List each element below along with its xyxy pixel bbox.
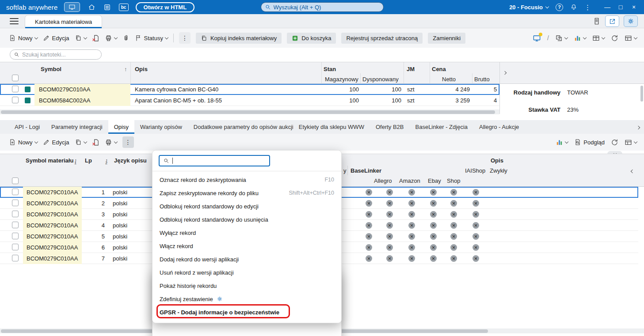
more-options-button[interactable]: ⋮ [584,4,591,11]
hamburger-menu-button[interactable] [10,18,19,26]
app-list-button[interactable] [103,4,111,11]
disabled-icon[interactable]: × [473,222,479,229]
edit-button[interactable]: Edycja [43,34,69,42]
row-checkbox[interactable] [12,255,19,261]
disabled-icon[interactable]: × [386,222,393,229]
select-all-checkbox[interactable] [12,75,19,81]
global-search-input[interactable] [274,4,371,11]
menu-item-odblokuj-usuniecie[interactable]: Odblokuj rekord standardowy do usunięcia [152,213,341,226]
minimize-button[interactable]: — [601,0,614,14]
col-brutto[interactable]: Brutto [474,76,490,83]
open-in-html-button[interactable]: Otwórz w HTML [136,2,195,12]
col-amazon[interactable]: Amazon [399,177,420,184]
columns-scroll-left-button[interactable] [631,167,634,174]
new-button[interactable]: Nowy [9,34,38,42]
refresh-button[interactable] [611,139,618,146]
horizontal-scrollbar[interactable] [0,109,499,114]
col-group-baselinker[interactable]: BaseLinker [351,167,381,174]
disabled-icon[interactable]: × [408,222,415,229]
col-allegro[interactable]: Allegro [374,177,392,184]
disabled-icon[interactable]: × [366,255,372,262]
col-dysponowany[interactable]: Dysponowany [362,76,399,83]
vertical-scrollbar[interactable] [640,86,643,111]
layout-button[interactable] [555,34,568,42]
card-search-input[interactable] [22,52,93,58]
edit-button[interactable]: Edycja [43,139,69,146]
disabled-icon[interactable]: × [386,189,393,196]
col-ebay[interactable]: Ebay [428,177,441,184]
register-lost-sale-button[interactable]: Rejestruj sprzedaż utraconą [341,33,423,44]
col-cena[interactable]: Cena [432,66,446,72]
disabled-icon[interactable]: × [408,189,415,196]
tab-api-logi[interactable]: API - Logi [9,120,46,134]
copy-material-index-button[interactable]: Kopiuj indeks materiałowy [196,33,282,44]
disabled-icon[interactable]: × [386,244,393,251]
new-button[interactable]: Nowy [9,139,38,146]
maximize-button[interactable]: □ [614,0,627,14]
col-group-opis[interactable]: Opis [491,157,503,164]
delete-record-button[interactable] [92,139,99,146]
menu-search-input[interactable] [159,155,270,166]
col-iaishop[interactable]: IAIShop [465,167,485,174]
chevron-right-icon[interactable] [503,71,507,75]
disabled-icon[interactable]: × [473,189,479,196]
disabled-icon[interactable]: × [366,200,372,207]
active-app-button[interactable] [64,2,80,12]
menu-item-zdefiniuj-zestawienie[interactable]: Zdefiniuj zestawienie [152,292,341,306]
menu-item-zapisz-zeskryptowane[interactable]: Zapisz zeskryptowane rekordy do pliku Sh… [152,186,341,200]
row-checkbox[interactable] [12,189,19,195]
more-actions-button[interactable]: ⋮ [179,32,191,44]
sort-asc-icon[interactable]: ↑1 [74,157,76,165]
disabled-icon[interactable]: × [366,222,372,229]
col-symbol-materialu[interactable]: Symbol materiału [26,157,73,164]
scrollbar-thumb[interactable] [1,110,495,114]
tab-etykiety-www[interactable]: Etykiety dla sklepu WWW [293,120,370,134]
disabled-icon[interactable]: × [430,189,437,196]
select-all-checkbox[interactable] [12,177,19,184]
disabled-icon[interactable]: × [473,200,479,207]
add-to-basket-button[interactable]: Do koszyka [287,33,336,44]
menu-item-odblokuj-edycja[interactable]: Odblokuj rekord standardowy do edycji [152,200,341,213]
sort-asc-icon[interactable]: ↑2 [105,157,107,165]
disabled-icon[interactable]: × [430,211,437,218]
disabled-icon[interactable]: × [450,255,457,262]
disabled-icon[interactable]: × [386,233,393,240]
menu-item-dodaj-do-wersji[interactable]: Dodaj rekord do wersji aplikacji [152,253,341,266]
menu-item-wlacz-rekord[interactable]: Włącz rekord [152,239,341,253]
menu-item-historia-rekordu[interactable]: Pokaż historię rekordu [152,279,341,292]
disabled-icon[interactable]: × [473,233,479,240]
print-button[interactable] [105,139,117,146]
card-search[interactable] [10,49,102,60]
chart-button[interactable] [574,34,586,42]
col-stan[interactable]: Stan [324,66,336,72]
disabled-icon[interactable]: × [450,211,457,218]
disabled-icon[interactable]: × [408,255,415,262]
disabled-icon[interactable]: × [450,244,457,251]
disabled-icon[interactable]: × [366,189,372,196]
close-button[interactable]: × [627,0,640,14]
row-checkbox[interactable] [12,211,19,217]
tab-warianty-opisow[interactable]: Warianty opisów [134,120,188,134]
disabled-icon[interactable]: × [450,200,457,207]
grid-settings-button[interactable] [625,139,637,146]
disabled-icon[interactable]: × [408,200,415,207]
share-button[interactable] [605,15,619,27]
disabled-icon[interactable]: × [366,233,372,240]
grid-settings-button[interactable] [625,34,637,42]
menu-item-gpsr[interactable]: GPSR - Dodaj informacje o bezpieczeństwi… [152,306,341,319]
bc-icon[interactable]: bc [119,4,129,11]
row-checkbox[interactable] [12,86,19,92]
disabled-icon[interactable]: × [473,244,479,251]
tab-opisy[interactable]: Opisy [108,120,134,134]
col-shop[interactable]: Shop [447,177,460,184]
disabled-icon[interactable]: × [366,244,372,251]
row-checkbox[interactable] [12,233,19,239]
tab-oferty-b2b[interactable]: Oferty B2B [370,120,410,134]
panels-button[interactable] [592,34,605,42]
disabled-icon[interactable]: × [430,244,437,251]
refresh-button[interactable] [611,34,618,42]
disabled-icon[interactable]: × [450,189,457,196]
disabled-icon[interactable]: × [473,255,479,262]
tabs-scroll-right-button[interactable] [637,124,640,130]
row-checkbox[interactable] [12,97,19,103]
